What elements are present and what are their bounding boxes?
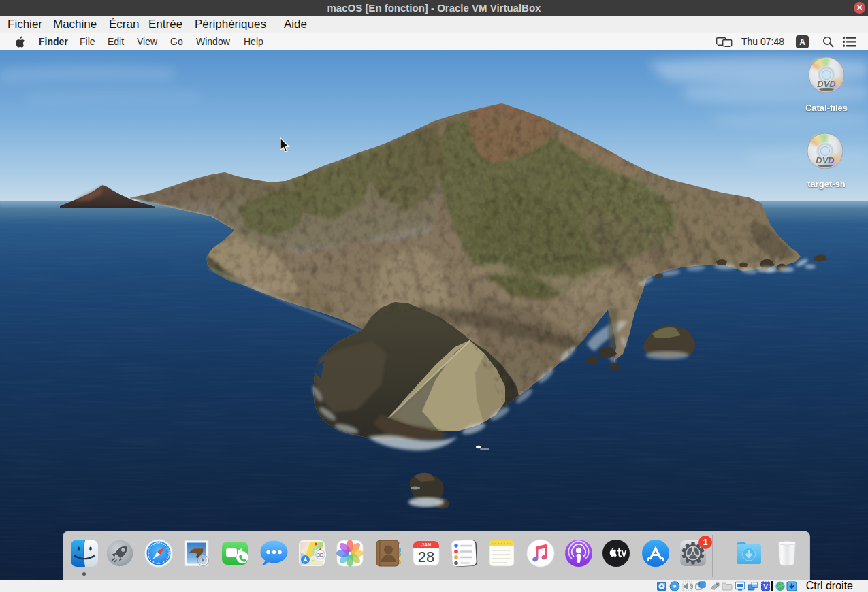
svg-text:JAN: JAN	[421, 542, 431, 547]
svg-text:28: 28	[418, 548, 434, 565]
svg-text:3D: 3D	[317, 552, 324, 558]
svg-text:A: A	[799, 37, 805, 47]
svg-text:V: V	[763, 583, 768, 591]
